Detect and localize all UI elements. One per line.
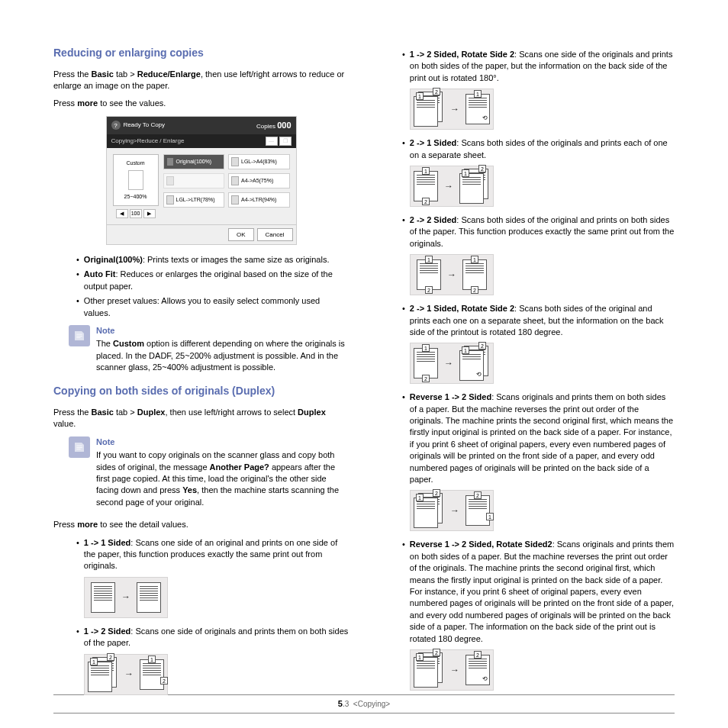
arrow-icon: →: [447, 269, 456, 282]
list-item: 1 -> 2 Sided, Rotate Side 2: Scans one s…: [402, 49, 675, 84]
list-item: Original(100%): Prints texts or images t…: [76, 254, 349, 266]
diagram-reverse-1-2: 2 1 → 2 1: [410, 490, 494, 531]
diagram-2-1-rotate: 1 2 → 2 1⟲: [410, 343, 494, 384]
heading-reduce-enlarge: Reducing or enlarging copies: [53, 46, 349, 61]
arrow-icon: →: [124, 668, 134, 681]
list-item: Auto Fit: Reduces or enlarges the origin…: [76, 269, 349, 292]
cancel-button: Cancel: [257, 228, 293, 241]
paragraph: Press the Basic tab > Duplex, then use l…: [53, 407, 349, 430]
note-title: Note: [96, 436, 349, 448]
diagram-1-2-sided: 2 1 → 1 2: [84, 654, 168, 695]
rotate-icon: ⟲: [482, 114, 488, 122]
note-body: The Custom option is different depending…: [96, 338, 349, 373]
help-icon: ?: [111, 121, 121, 130]
list-item: 2 -> 1 Sided: Scans both sides of the or…: [402, 137, 675, 161]
list-item: 2 -> 1 Sided, Rotate Side 2: Scans both …: [402, 303, 675, 338]
list-item: Other preset values: Allows you to easil…: [76, 295, 349, 319]
rotate-icon: ⟲: [482, 675, 488, 683]
restore-icon: ❐: [279, 137, 292, 146]
arrow-icon: →: [121, 591, 130, 604]
list-item: 1 -> 2 Sided: Scans one side of original…: [76, 626, 349, 649]
note-icon: [69, 436, 90, 458]
heading-duplex: Copying on both sides of originals (Dupl…: [53, 384, 349, 399]
list-item: Reverse 1 -> 2 Sided: Scans originals an…: [402, 391, 675, 485]
paragraph: Press the Basic tab > Reduce/Enlarge, th…: [53, 69, 349, 92]
arrow-icon: →: [444, 357, 453, 370]
page-icon: [128, 170, 143, 190]
paragraph: Press more to see the values.: [53, 98, 349, 109]
list-item: 2 -> 2 Sided: Scans both sides of the or…: [402, 214, 675, 250]
page-footer: 5.3 <Copying>: [53, 694, 675, 714]
diagram-2-2-sided: 1 2 → 1 2: [410, 254, 494, 295]
note-body: If you want to copy originals on the sca…: [96, 449, 349, 508]
diagram-1-1-sided: →: [84, 577, 168, 618]
arrow-icon: →: [450, 103, 459, 116]
ok-button: OK: [228, 228, 254, 241]
diagram-2-1-sided: 1 2 → 2 1: [410, 166, 494, 207]
next-icon: ▶: [143, 209, 156, 218]
prev-icon: ◀: [116, 209, 128, 218]
minimize-icon: —: [266, 137, 278, 146]
diagram-1-2-rotate: 2 1 → 1 ⟲: [410, 89, 494, 130]
diagram-reverse-1-2-rotate: 2 1 → 2 ⟲: [410, 649, 494, 691]
list-item: 1 -> 1 Sided: Scans one side of an origi…: [76, 537, 349, 572]
ui-screenshot-reduce-enlarge: ?Ready To Copy Copies 000 Copying>Reduce…: [106, 116, 297, 245]
arrow-icon: →: [450, 664, 459, 677]
note-icon: [69, 325, 90, 346]
paragraph: Press more to see the detail values.: [53, 519, 349, 530]
note-title: Note: [96, 325, 349, 337]
rotate-icon: ⟲: [476, 370, 482, 378]
list-item: Reverse 1 -> 2 Sided, Rotate Sided2: Sca…: [402, 539, 675, 645]
arrow-icon: →: [444, 180, 453, 193]
arrow-icon: →: [450, 504, 459, 517]
